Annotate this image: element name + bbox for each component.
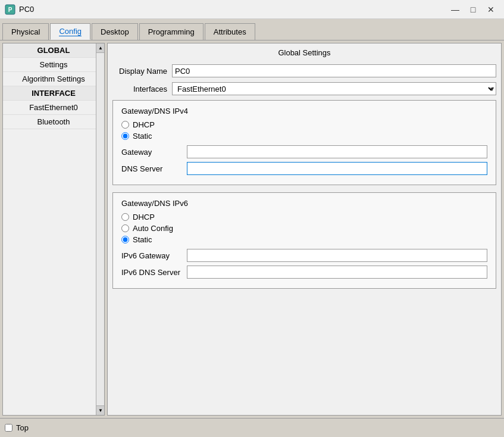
tab-programming[interactable]: Programming [139,23,204,40]
ipv4-radio-group: DHCP Static [121,120,487,141]
ipv6-dhcp-radio[interactable] [121,213,129,221]
dns-server-input[interactable] [187,162,487,175]
title-bar: P PC0 — □ ✕ [0,0,504,19]
sidebar-item-algorithm-settings[interactable]: Algorithm Settings [3,72,104,86]
ipv6-autoconfig-row: Auto Config [121,224,487,233]
ipv4-static-label: Static [133,132,152,141]
top-label: Top [16,423,29,432]
ipv4-dhcp-row: DHCP [121,120,487,129]
ipv6-section: Gateway/DNS IPv6 DHCP Auto Config Static… [112,192,496,289]
sidebar-scroll: GLOBAL Settings Algorithm Settings INTER… [3,43,104,415]
ipv4-dhcp-radio[interactable] [121,121,129,129]
sidebar-item-bluetooth[interactable]: Bluetooth [3,115,104,129]
tab-physical[interactable]: Physical [2,23,49,40]
ipv6-static-label: Static [133,235,152,244]
sidebar-header-global: GLOBAL [3,43,104,58]
ipv6-radio-group: DHCP Auto Config Static [121,213,487,244]
sidebar-scrollbar: ▲ ▼ [96,43,104,415]
gateway-input[interactable] [187,145,487,158]
display-name-input[interactable] [172,64,496,77]
gateway-row: Gateway [121,145,487,158]
ipv4-section-title: Gateway/DNS IPv4 [121,107,487,116]
interfaces-select-wrapper: FastEthernet0 Bluetooth ▼ [172,82,496,95]
ipv6-dns-label: IPv6 DNS Server [121,268,187,277]
display-name-row: Display Name [112,64,496,77]
restore-button[interactable]: □ [465,2,481,17]
ipv6-dhcp-row: DHCP [121,213,487,221]
ipv4-static-radio[interactable] [121,132,129,140]
ipv6-static-row: Static [121,235,487,244]
ipv6-autoconfig-label: Auto Config [133,224,173,233]
ipv4-static-row: Static [121,132,487,141]
ipv6-dns-row: IPv6 DNS Server [121,266,487,279]
tab-attributes[interactable]: Attributes [205,23,255,40]
ipv4-section: Gateway/DNS IPv4 DHCP Static Gateway DNS… [112,100,496,185]
ipv6-dns-input[interactable] [187,266,487,279]
scroll-down-button[interactable]: ▼ [96,405,105,415]
sidebar: GLOBAL Settings Algorithm Settings INTER… [2,43,105,416]
scroll-track [96,53,104,405]
interfaces-label: Interfaces [112,85,172,93]
tab-desktop[interactable]: Desktop [92,23,138,40]
gateway-label: Gateway [121,148,187,157]
ipv4-dhcp-label: DHCP [133,120,155,129]
interfaces-row: Interfaces FastEthernet0 Bluetooth ▼ [112,82,496,95]
panel-title: Global Settings [112,48,496,57]
top-checkbox[interactable] [5,424,12,432]
ipv6-gateway-row: IPv6 Gateway [121,249,487,262]
close-button[interactable]: ✕ [483,2,499,17]
ipv6-dhcp-label: DHCP [133,213,155,221]
ipv6-static-radio[interactable] [121,236,129,244]
ipv6-gateway-input[interactable] [187,249,487,262]
top-checkbox-row: Top [5,423,29,432]
sidebar-item-fastethernet0[interactable]: FastEthernet0 [3,101,104,115]
svg-text:P: P [8,7,12,13]
tab-config[interactable]: Config [50,23,90,40]
sidebar-header-interface: INTERFACE [3,86,104,101]
ipv6-autoconfig-radio[interactable] [121,224,129,232]
bottom-bar: Top [0,418,504,437]
display-name-label: Display Name [112,67,172,76]
ipv6-section-title: Gateway/DNS IPv6 [121,199,487,208]
minimize-button[interactable]: — [447,2,464,17]
app-icon: P [5,4,15,15]
sidebar-item-settings[interactable]: Settings [3,58,104,72]
window-controls: — □ ✕ [447,2,499,17]
main-content: GLOBAL Settings Algorithm Settings INTER… [0,40,504,418]
dns-server-label: DNS Server [121,164,187,173]
scroll-up-button[interactable]: ▲ [96,43,105,53]
dns-server-row: DNS Server [121,162,487,175]
ipv6-gateway-label: IPv6 Gateway [121,251,187,260]
window-title: PC0 [19,5,447,14]
tab-bar: Physical Config Desktop Programming Attr… [0,19,504,40]
interfaces-select[interactable]: FastEthernet0 Bluetooth [172,82,496,95]
right-panel: Global Settings Display Name Interfaces … [107,43,502,416]
